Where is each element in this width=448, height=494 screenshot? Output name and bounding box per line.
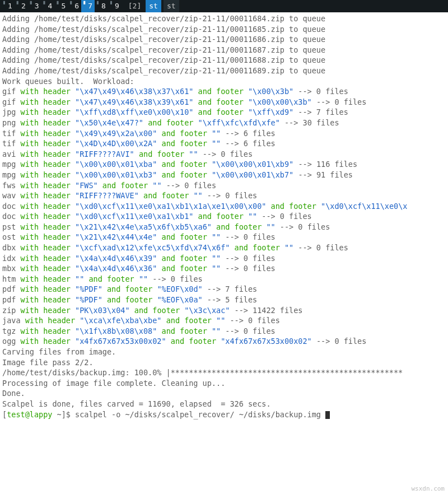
terminal-output: Adding /home/test/disks/scalpel_recover/… (0, 12, 448, 422)
workspace-5[interactable]: ▘5 (54, 0, 68, 12)
workspace-7[interactable]: ▘7 (81, 0, 95, 12)
workspace-2[interactable]: ▘2 (15, 0, 28, 12)
workspace-8[interactable]: ▘8 (95, 0, 108, 12)
window-title-inactive[interactable]: st (164, 0, 179, 12)
visible-tag: [2] (126, 0, 143, 12)
workspace-6[interactable]: ▘6 (68, 0, 81, 12)
taskbar[interactable]: ▘1▘2▘3▘4▘5▘6▘7▘8▘9[2]stst (0, 0, 448, 12)
cursor-icon (325, 411, 330, 419)
window-title-active[interactable]: st (146, 0, 161, 12)
workspace-3[interactable]: ▘3 (28, 0, 41, 12)
workspace-4[interactable]: ▘4 (41, 0, 55, 12)
workspace-1[interactable]: ▘1 (1, 0, 15, 12)
workspace-9[interactable]: ▘9 (108, 0, 122, 12)
shell-prompt[interactable]: [test@lappy ~]$ scalpel -o ~/disks/scalp… (2, 409, 446, 420)
